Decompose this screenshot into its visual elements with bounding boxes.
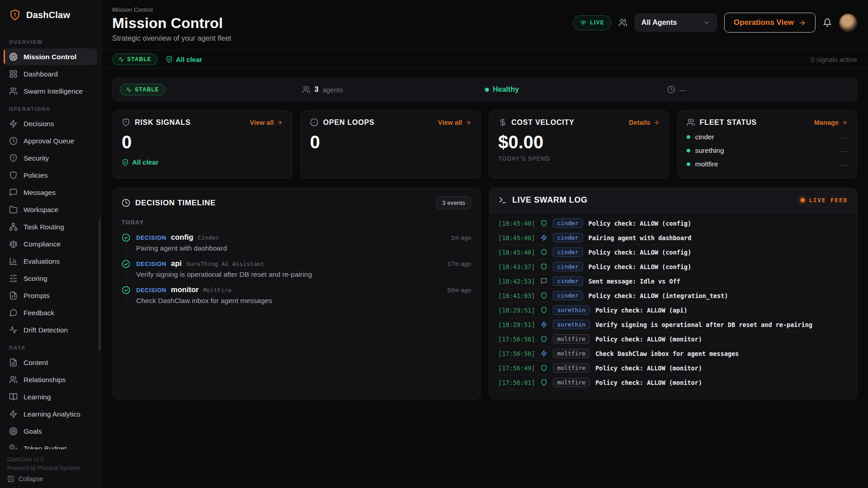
sidebar-scrollbar[interactable]	[99, 219, 100, 351]
log-message: Policy check: ALLOW (integration_test)	[588, 292, 728, 299]
card-title: COST VELOCITY	[512, 118, 574, 127]
sidebar-item-policies[interactable]: Policies	[4, 167, 97, 184]
operations-view-button[interactable]: Operations View	[724, 13, 816, 33]
sidebar-item-workspace[interactable]: Workspace	[4, 201, 97, 218]
sidebar-item-label: Token Budget	[24, 445, 66, 450]
notifications-button[interactable]	[823, 18, 832, 27]
log-message: Verify signing is operational after DB r…	[595, 321, 812, 328]
panels: DECISION TIMELINE 3 events TODAY DECISIO…	[112, 188, 857, 399]
bell-icon	[823, 18, 832, 27]
sidebar-item-dashboard[interactable]: Dashboard	[4, 66, 97, 82]
live-badge: LIVE	[573, 15, 611, 30]
zap-icon	[541, 234, 547, 241]
sidebar-item-learning[interactable]: Learning	[4, 389, 97, 405]
zap-icon	[9, 410, 18, 418]
chevron-down-icon	[703, 19, 710, 26]
sidebar-item-content[interactable]: Content	[4, 354, 97, 371]
sidebar-item-relationships[interactable]: Relationships	[4, 371, 97, 388]
sidebar-item-label: Relationships	[24, 376, 66, 384]
card-title: OPEN LOOPS	[323, 118, 375, 127]
sidebar-item-security[interactable]: Security	[4, 150, 97, 166]
log-row: [18:41:03]cinderPolicy check: ALLOW (int…	[498, 289, 848, 303]
details-link[interactable]: Details	[629, 119, 659, 126]
log-row: [17:56:50]moltfireCheck DashClaw inbox f…	[498, 346, 848, 361]
shield-alert-icon	[122, 118, 130, 127]
sidebar-item-label: Messages	[24, 189, 56, 197]
fleet-agent-row: moltfire—	[687, 157, 848, 171]
users-icon	[9, 87, 18, 95]
event-time: 50m ago	[447, 287, 471, 294]
timeline-event: DECISIONmonitorMoltFire50m agoCheck Dash…	[122, 285, 471, 305]
sliders-icon	[9, 274, 18, 283]
page-header: Mission Control Mission Control Strategi…	[101, 0, 868, 50]
event-type: DECISION	[136, 287, 166, 294]
sidebar-item-scoring[interactable]: Scoring	[4, 270, 97, 287]
signals-active: 0 signals active	[811, 56, 857, 63]
log-timestamp: [18:41:03]	[498, 292, 535, 299]
agents-select[interactable]: All Agents	[635, 14, 717, 32]
view-all-link[interactable]: View all	[438, 119, 471, 126]
view-all-link[interactable]: View all	[250, 119, 283, 126]
arrow-right-icon	[798, 19, 806, 27]
sidebar-item-evaluations[interactable]: Evaluations	[4, 253, 97, 270]
stable-badge: STABLE	[120, 84, 165, 95]
risk-signals-card: RISK SIGNALS View all 0 All clear	[112, 110, 292, 179]
manage-link[interactable]: Manage	[814, 119, 848, 126]
log-message: Policy check: ALLOW (monitor)	[595, 365, 702, 372]
sidebar-item-label: Compliance	[24, 240, 61, 248]
agent-badge: surethin	[553, 305, 590, 315]
event-agent: SureThing AI Assistant	[186, 261, 264, 267]
shield-alert-icon	[9, 154, 18, 162]
sidebar-item-label: Task Routing	[24, 223, 64, 231]
message-square-icon	[9, 188, 18, 197]
event-action: api	[171, 259, 182, 268]
sidebar-item-decisions[interactable]: Decisions	[4, 115, 97, 132]
activity-icon	[9, 326, 18, 334]
content: STABLE 3 agents Healthy —	[101, 69, 868, 488]
log-row: [17:56:49]moltfirePolicy check: ALLOW (m…	[498, 361, 848, 375]
message-square-icon	[541, 278, 547, 284]
health-cell: Healthy	[485, 85, 667, 94]
shield-icon	[541, 249, 547, 256]
sidebar-item-feedback[interactable]: Feedback	[4, 304, 97, 321]
live-feed-label: LIVE FEED	[809, 197, 848, 204]
sidebar-nav: OVERVIEWMission ControlDashboardSwarm In…	[0, 30, 101, 449]
sidebar-item-prompts[interactable]: Prompts	[4, 287, 97, 304]
zap-icon	[9, 119, 18, 128]
event-type: DECISION	[136, 261, 166, 267]
sidebar-item-drift-detection[interactable]: Drift Detection	[4, 322, 97, 338]
cost-velocity-card: COST VELOCITY Details $0.00 TODAY'S SPEN…	[489, 110, 669, 179]
nav-section-label: OVERVIEW	[0, 33, 101, 48]
agent-online-dot	[687, 149, 690, 152]
sidebar-item-token-budget[interactable]: Token Budget	[4, 440, 97, 449]
arrow-right-icon	[653, 119, 659, 126]
sidebar-item-compliance[interactable]: Compliance	[4, 236, 97, 252]
sidebar-item-learning-analytics[interactable]: Learning Analytics	[4, 406, 97, 422]
sidebar-item-task-routing[interactable]: Task Routing	[4, 218, 97, 235]
shield-check-icon	[166, 56, 173, 63]
timeline-event: DECISIONapiSureThing AI Assistant17m ago…	[122, 259, 471, 279]
sidebar-item-approval-queue[interactable]: Approval Queue	[4, 133, 97, 149]
stable-label: STABLE	[135, 86, 159, 93]
sidebar-item-messages[interactable]: Messages	[4, 184, 97, 201]
events-count-badge: 3 events	[436, 196, 471, 209]
sidebar-item-swarm-intelligence[interactable]: Swarm Intelligence	[4, 83, 97, 99]
agent-badge: cinder	[553, 247, 583, 257]
log-row: [18:45:40]cinderPairing agent with dashb…	[498, 231, 848, 245]
sidebar-item-mission-control[interactable]: Mission Control	[4, 48, 97, 65]
agent-badge: surethin	[553, 320, 590, 329]
stable-badge: STABLE	[112, 53, 157, 65]
collapse-button[interactable]: Collapse	[7, 475, 94, 483]
log-timestamp: [17:56:49]	[498, 365, 535, 372]
agents-select-value: All Agents	[641, 19, 677, 27]
agent-metric: —	[841, 161, 848, 168]
avatar[interactable]	[839, 14, 857, 32]
goal-icon	[9, 427, 18, 436]
powered-by: Powered by Practical Systems	[7, 465, 94, 471]
all-clear-label: All clear	[176, 56, 202, 63]
sidebar-item-goals[interactable]: Goals	[4, 423, 97, 440]
event-description: Check DashClaw inbox for agent messages	[136, 297, 471, 305]
sidebar-item-label: Scoring	[24, 275, 47, 283]
agent-badge: cinder	[553, 262, 583, 271]
shield-icon	[541, 263, 547, 270]
